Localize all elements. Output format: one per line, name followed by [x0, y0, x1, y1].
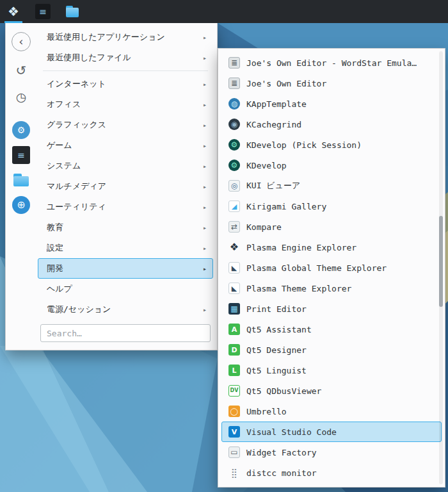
category-item[interactable]: 最近使用したアプリケーション▸	[38, 27, 213, 47]
app-item[interactable]: ◣Plasma Theme Explorer	[221, 278, 442, 299]
app-label: Widget Factory	[246, 448, 317, 457]
category-item[interactable]: インターネット▸	[38, 74, 213, 94]
app-item[interactable]: ◯Umbrello	[221, 401, 442, 422]
app-label: KCachegrind	[246, 120, 301, 129]
app-item[interactable]: ◍KAppTemplate	[221, 94, 442, 114]
panel-terminal-button[interactable]: ≡	[33, 2, 52, 21]
category-label: オフィス	[47, 99, 199, 110]
app-item[interactable]: ▦Print Editor	[221, 299, 442, 319]
kdevelop-icon: ⚙	[228, 139, 240, 151]
launcher-sidebar: ‹↺◷⚙≡⊕	[6, 23, 36, 350]
category-item[interactable]: 設定▸	[38, 238, 213, 258]
submenu-scrollbar-track[interactable]	[439, 51, 443, 484]
category-item[interactable]: 電源/セッション▸	[38, 299, 213, 320]
panel-app-launcher-button[interactable]: ❖	[4, 2, 23, 21]
category-item[interactable]: オフィス▸	[38, 94, 213, 115]
launcher-category-list: 最近使用したアプリケーション▸最近使用したファイル▸インターネット▸オフィス▸グ…	[36, 23, 217, 350]
app-item[interactable]: DQt5 Designer	[221, 340, 442, 360]
submenu-arrow-icon: ▸	[199, 81, 207, 88]
panel-file-manager-button[interactable]	[63, 2, 82, 21]
submenu-arrow-icon: ▸	[199, 101, 207, 108]
app-item[interactable]: ⚙KDevelop	[221, 155, 442, 176]
back-button[interactable]: ‹	[12, 32, 31, 51]
active-task-indicator	[4, 21, 22, 23]
app-item[interactable]: ⚙KDevelop (Pick Session)	[221, 135, 442, 155]
category-item[interactable]: 教育▸	[38, 217, 213, 238]
qt-linguist-icon: L	[228, 365, 240, 376]
application-launcher-menu: ‹↺◷⚙≡⊕ 最近使用したアプリケーション▸最近使用したファイル▸インターネット…	[5, 23, 218, 350]
favorite-terminal-icon[interactable]: ≡	[12, 146, 30, 164]
category-item[interactable]: グラフィックス▸	[38, 115, 213, 135]
app-item[interactable]: DVQt5 QDbusViewer	[221, 381, 442, 401]
category-label: 最近使用したアプリケーション	[47, 31, 199, 43]
kirigami-icon: ◢	[228, 201, 240, 212]
app-item[interactable]: ≣Joe's Own Editor	[221, 73, 442, 94]
search-field-container	[38, 324, 213, 342]
app-item[interactable]: ❖Plasma Engine Explorer	[221, 237, 442, 258]
app-item[interactable]: ◢Kirigami Gallery	[221, 196, 442, 217]
category-item[interactable]: システム▸	[38, 156, 213, 176]
favorite-file-manager-icon[interactable]	[12, 171, 30, 189]
kapptemplate-icon: ◍	[228, 98, 240, 110]
joe-editor-icon: ≣	[228, 78, 240, 89]
qt-designer-icon: D	[228, 344, 240, 356]
app-launcher-icon: ❖	[8, 6, 19, 17]
app-item[interactable]: ▭Widget Factory	[221, 442, 442, 463]
kompare-icon: ⇄	[228, 221, 240, 233]
app-item[interactable]: ≣Joe's Own Editor - WordStar Emula…	[221, 53, 442, 73]
submenu-scrollbar-thumb[interactable]	[439, 216, 443, 307]
category-label: 教育	[47, 222, 199, 233]
category-item[interactable]: マルチメディア▸	[38, 176, 213, 197]
recent-apps-icon[interactable]: ↺	[12, 62, 30, 79]
app-label: Plasma Engine Explorer	[246, 243, 356, 252]
app-label: KUI ビューア	[246, 180, 300, 192]
widget-factory-icon: ▭	[228, 447, 240, 458]
app-item[interactable]: AQt5 Assistant	[221, 319, 442, 340]
category-label: 設定	[47, 242, 199, 254]
app-label: Joe's Own Editor	[246, 79, 326, 88]
kdevelop-icon: ⚙	[228, 160, 240, 171]
app-label: KDevelop (Pick Session)	[246, 140, 362, 150]
category-label: ヘルプ	[47, 283, 207, 295]
spacer	[38, 320, 213, 324]
submenu-arrow-icon: ▸	[199, 224, 207, 231]
joe-editor-icon: ≣	[228, 57, 240, 69]
submenu-arrow-icon: ▸	[199, 306, 207, 313]
submenu-arrow-icon: ▸	[199, 245, 207, 252]
favorite-system-settings-icon[interactable]: ⚙	[12, 121, 30, 139]
app-item[interactable]: VVisual Studio Code	[221, 422, 442, 442]
print-editor-icon: ▦	[228, 303, 240, 315]
file-manager-icon	[65, 4, 80, 19]
category-label: インターネット	[47, 78, 199, 90]
app-item[interactable]: ◣Plasma Global Theme Explorer	[221, 258, 442, 278]
category-item[interactable]: 最近使用したファイル▸	[38, 47, 213, 68]
umbrello-icon: ◯	[228, 406, 240, 417]
plasma-logo-icon: ❖	[228, 242, 240, 253]
favorite-browser-icon[interactable]: ⊕	[12, 196, 30, 214]
app-label: Qt5 QDbusViewer	[246, 386, 321, 396]
app-item[interactable]: LQt5 Linguist	[221, 360, 442, 381]
app-label: Kirigami Gallery	[246, 202, 326, 211]
app-label: Visual Studio Code	[246, 427, 337, 437]
app-label: Print Editor	[246, 304, 307, 314]
top-panel: ❖≡	[0, 0, 448, 23]
submenu-arrow-icon: ▸	[199, 54, 207, 62]
app-item[interactable]: ◎KUI ビューア	[221, 176, 442, 196]
recent-files-icon[interactable]: ◷	[12, 88, 30, 106]
app-label: KDevelop	[246, 161, 287, 170]
category-item[interactable]: ユーティリティ▸	[38, 197, 213, 217]
app-label: Qt5 Assistant	[246, 325, 312, 334]
app-item[interactable]: ◉KCachegrind	[221, 114, 442, 135]
category-item[interactable]: ゲーム▸	[38, 135, 213, 156]
plasma-theme-icon: ◣	[228, 283, 240, 294]
category-label: ユーティリティ	[47, 201, 199, 213]
app-item[interactable]: ⣿distcc monitor	[221, 463, 442, 483]
search-input[interactable]	[40, 324, 211, 342]
category-label: 電源/セッション	[47, 304, 199, 315]
submenu-arrow-icon: ▸	[199, 265, 207, 272]
app-item[interactable]: ⇄Kompare	[221, 217, 442, 237]
category-item[interactable]: 開発▸	[38, 258, 213, 279]
app-label: Qt5 Designer	[246, 345, 307, 355]
category-item[interactable]: ヘルプ	[38, 279, 213, 299]
app-label: Umbrello	[246, 407, 287, 416]
